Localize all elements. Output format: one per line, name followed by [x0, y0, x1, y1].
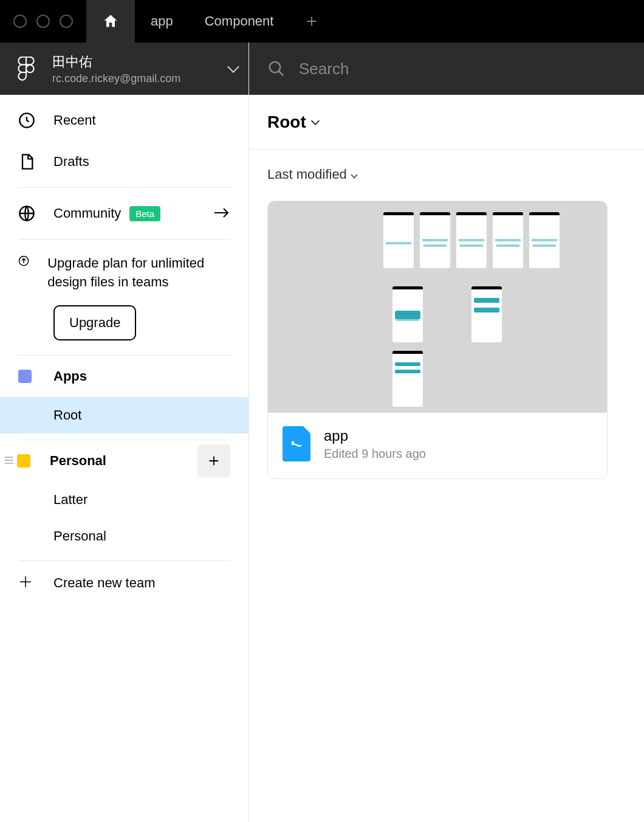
file-title: app — [324, 427, 426, 444]
sidebar-item-drafts[interactable]: Drafts — [0, 141, 248, 182]
file-icon — [18, 153, 35, 170]
title-bar: app Component — [0, 0, 644, 43]
user-email: rc.code.rickey@gmail.com — [52, 72, 229, 85]
tab-home[interactable] — [86, 0, 135, 43]
project-label: Root — [53, 407, 81, 423]
search-input[interactable] — [299, 60, 496, 78]
team-name: Personal — [50, 453, 106, 469]
create-team-label: Create new team — [53, 575, 156, 591]
clock-icon — [18, 112, 35, 129]
tab-app[interactable]: app — [135, 0, 189, 43]
create-team-button[interactable]: Create new team — [0, 561, 248, 605]
file-meta: app Edited 9 hours ago — [268, 413, 607, 478]
svg-point-0 — [26, 65, 34, 73]
sidebar-item-community[interactable]: Community Beta — [0, 193, 248, 234]
upload-circle-icon — [18, 255, 29, 272]
team-color-swatch — [17, 454, 30, 468]
home-icon — [102, 13, 119, 30]
figma-file-icon — [283, 426, 310, 461]
user-name: 田中佑 — [52, 53, 229, 71]
svg-point-5 — [292, 442, 294, 444]
search-bar[interactable] — [249, 43, 644, 95]
svg-point-4 — [270, 62, 281, 73]
add-project-button[interactable] — [197, 444, 230, 477]
project-item-personal[interactable]: Personal — [0, 518, 248, 554]
page-title: Root — [267, 112, 306, 132]
beta-badge: Beta — [129, 206, 160, 221]
search-icon — [267, 60, 286, 78]
plus-icon — [305, 15, 318, 28]
plus-icon — [18, 573, 33, 593]
chevron-down-icon[interactable] — [312, 117, 318, 128]
file-edited-time: Edited 9 hours ago — [324, 447, 426, 461]
team-name: Apps — [53, 368, 87, 384]
upgrade-callout: Upgrade plan for unlimited design files … — [0, 240, 248, 355]
sidebar-item-recent[interactable]: Recent — [0, 100, 248, 141]
breadcrumb-bar: Root — [249, 95, 644, 150]
sidebar-item-label: Drafts — [53, 154, 89, 170]
upgrade-text: Upgrade plan for unlimited design files … — [47, 254, 230, 292]
team-color-swatch — [18, 370, 32, 383]
tab-new[interactable] — [289, 0, 334, 43]
globe-icon — [18, 205, 35, 222]
plus-icon — [207, 454, 221, 468]
figma-logo-icon — [17, 57, 35, 81]
drag-handle-icon — [5, 456, 13, 466]
project-label: Personal — [53, 528, 106, 544]
project-item-latter[interactable]: Latter — [0, 482, 248, 518]
chevron-down-icon — [352, 167, 357, 182]
file-thumbnail — [268, 201, 607, 413]
account-info: 田中佑 rc.code.rickey@gmail.com — [52, 53, 229, 85]
sort-label: Last modified — [267, 167, 347, 182]
window-controls — [0, 15, 86, 28]
window-maximize-icon[interactable] — [60, 15, 73, 28]
arrow-right-icon — [213, 204, 230, 223]
sidebar-item-label: Recent — [53, 112, 96, 128]
main-content: Root Last modified — [249, 43, 644, 822]
team-header-personal[interactable]: Personal — [0, 440, 248, 482]
window-close-icon[interactable] — [13, 15, 27, 28]
window-minimize-icon[interactable] — [36, 15, 50, 28]
sidebar-item-label: Community — [53, 206, 121, 221]
project-item-root[interactable]: Root — [0, 397, 248, 433]
project-label: Latter — [53, 492, 87, 508]
account-switcher[interactable]: 田中佑 rc.code.rickey@gmail.com — [0, 43, 248, 95]
tab-component[interactable]: Component — [189, 0, 290, 43]
sidebar: 田中佑 rc.code.rickey@gmail.com Recent Draf… — [0, 43, 249, 822]
file-card-app[interactable]: app Edited 9 hours ago — [267, 201, 608, 479]
sort-dropdown[interactable]: Last modified — [249, 150, 644, 195]
upgrade-button[interactable]: Upgrade — [53, 305, 136, 340]
team-header-apps[interactable]: Apps — [0, 356, 248, 397]
chevron-down-icon — [229, 63, 238, 75]
